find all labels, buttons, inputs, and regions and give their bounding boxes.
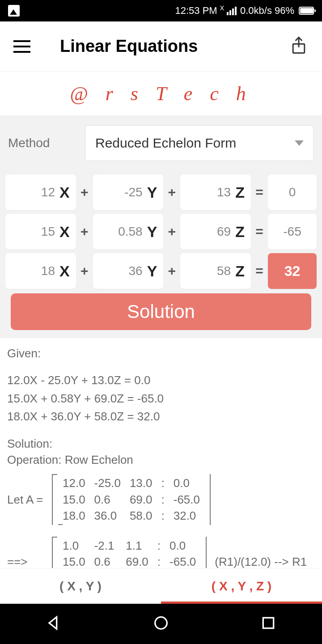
equation-row: 15X + 0.58Y + 69Z = -65 bbox=[5, 214, 317, 250]
status-net: 0.0kb/s bbox=[240, 5, 272, 17]
coef-z-input[interactable]: 13Z bbox=[180, 174, 251, 210]
status-battery: 96% bbox=[275, 5, 294, 17]
matrix-block: ==> 1.0-2.11.1:0.0 15.00.669.0:-65.0 18.… bbox=[7, 537, 315, 568]
page-title: Linear Equations bbox=[60, 37, 198, 56]
coef-y-input[interactable]: -25Y bbox=[93, 174, 164, 210]
home-button[interactable] bbox=[152, 614, 170, 634]
svg-rect-2 bbox=[263, 618, 273, 628]
coef-y-input[interactable]: 36Y bbox=[93, 253, 164, 289]
method-row: Method Reduced Echelon Form bbox=[0, 115, 322, 171]
back-button[interactable] bbox=[45, 614, 63, 634]
bottom-tabs: ( X , Y ) ( X , Y , Z ) bbox=[0, 568, 322, 604]
equals-op: = bbox=[253, 263, 266, 279]
rhs-input[interactable]: 32 bbox=[268, 253, 317, 289]
output-operation-header: Operation: Row Echelon bbox=[7, 452, 315, 468]
equation-row: 18X + 36Y + 58Z = 32 bbox=[5, 253, 317, 289]
signal-icon bbox=[227, 7, 237, 15]
chevron-down-icon bbox=[295, 140, 304, 146]
tab-xy[interactable]: ( X , Y ) bbox=[0, 568, 161, 604]
coef-x-input[interactable]: 15X bbox=[5, 214, 76, 250]
plus-op: + bbox=[78, 224, 91, 239]
coef-z-input[interactable]: 69Z bbox=[180, 214, 251, 250]
output-line: 15.0X + 0.58Y + 69.0Z = -65.0 bbox=[7, 390, 315, 407]
coef-x-input[interactable]: 18X bbox=[5, 253, 76, 289]
plus-op: + bbox=[78, 263, 91, 279]
plus-op: + bbox=[78, 185, 91, 200]
solution-output[interactable]: Given: 12.0X - 25.0Y + 13.0Z = 0.0 15.0X… bbox=[0, 338, 322, 568]
rhs-input[interactable]: -65 bbox=[268, 214, 317, 250]
android-navbar bbox=[0, 604, 322, 644]
rhs-input[interactable]: 0 bbox=[268, 174, 317, 210]
method-selected: Reduced Echelon Form bbox=[95, 136, 236, 151]
output-given-header: Given: bbox=[7, 345, 315, 361]
svg-point-1 bbox=[155, 617, 167, 629]
plus-op: + bbox=[165, 224, 178, 239]
output-line: 12.0X - 25.0Y + 13.0Z = 0.0 bbox=[7, 372, 315, 388]
matrix-lead: ==> bbox=[7, 554, 52, 568]
equation-grid: 12X + -25Y + 13Z = 0 15X + 0.58Y + 69Z =… bbox=[0, 171, 322, 338]
output-line: 18.0X + 36.0Y + 58.0Z = 32.0 bbox=[7, 408, 315, 424]
matrix-block: Let A = 12.0-25.013.0:0.0 15.00.669.0:-6… bbox=[7, 474, 315, 525]
share-button[interactable] bbox=[289, 36, 309, 57]
solution-button[interactable]: Solution bbox=[11, 293, 311, 330]
status-bar: 12:53 PM X 0.0kb/s 96% bbox=[0, 0, 322, 21]
coef-x-input[interactable]: 12X bbox=[5, 174, 76, 210]
coef-y-input[interactable]: 0.58Y bbox=[93, 214, 164, 250]
coef-z-input[interactable]: 58Z bbox=[180, 253, 251, 289]
plus-op: + bbox=[165, 263, 178, 279]
method-label: Method bbox=[8, 136, 75, 150]
brand-text: @ r s T e c h bbox=[70, 82, 252, 105]
menu-button[interactable] bbox=[13, 40, 33, 53]
status-time: 12:53 PM bbox=[175, 5, 217, 17]
screenshot-icon bbox=[8, 5, 20, 17]
method-dropdown[interactable]: Reduced Echelon Form bbox=[85, 125, 314, 161]
matrix: 1.0-2.11.1:0.0 15.00.669.0:-65.0 18.036.… bbox=[52, 537, 207, 568]
equation-row: 12X + -25Y + 13Z = 0 bbox=[5, 174, 317, 210]
matrix-lead: Let A = bbox=[7, 491, 52, 508]
equals-op: = bbox=[253, 224, 266, 239]
battery-icon bbox=[299, 7, 314, 15]
brand-banner: @ r s T e c h bbox=[0, 72, 322, 115]
equals-op: = bbox=[253, 185, 266, 200]
plus-op: + bbox=[165, 185, 178, 200]
tab-xyz[interactable]: ( X , Y , Z ) bbox=[161, 568, 322, 604]
matrix: 12.0-25.013.0:0.0 15.00.669.0:-65.0 18.0… bbox=[52, 474, 211, 525]
app-bar: Linear Equations bbox=[0, 21, 322, 72]
row-operation: (R1)/(12.0) --> R1 bbox=[215, 554, 307, 568]
output-solution-header: Solution: bbox=[7, 436, 315, 452]
recents-button[interactable] bbox=[259, 614, 277, 634]
